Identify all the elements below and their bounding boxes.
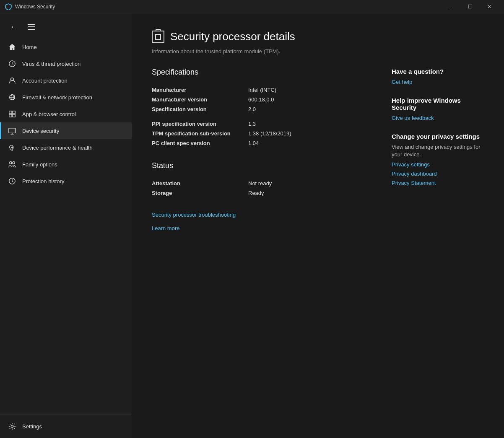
spec-row-manufacturer: Manufacturer Intel (INTC) <box>152 85 366 95</box>
learn-more-link[interactable]: Learn more <box>152 225 179 231</box>
spec-row-mfr-version: Manufacturer version 600.18.0.0 <box>152 95 366 104</box>
right-section-help: Have a question? Get help <box>392 68 484 85</box>
app-browser-icon <box>8 110 16 118</box>
svg-rect-5 <box>9 114 12 117</box>
page-title: Security processor details <box>170 30 295 43</box>
spec-label-manufacturer: Manufacturer <box>152 87 248 93</box>
privacy-dashboard-link[interactable]: Privacy dashboard <box>392 171 437 177</box>
sidebar-item-firewall[interactable]: Firewall & network protection <box>0 89 132 106</box>
minimize-button[interactable]: ─ <box>441 0 460 13</box>
privacy-statement-link[interactable]: Privacy Statement <box>392 180 436 186</box>
status-row-attestation: Attestation Not ready <box>152 179 366 188</box>
spec-row-pc-client: PC client spec version 1.04 <box>152 138 366 148</box>
sidebar-item-device-security-label: Device security <box>22 128 59 134</box>
sidebar-item-account[interactable]: Account protection <box>0 72 132 89</box>
status-label-storage: Storage <box>152 190 248 196</box>
app-body: ← Home <box>0 13 504 438</box>
spec-value-spec-version: 2.0 <box>248 106 256 112</box>
sidebar-item-app-browser-label: App & browser control <box>22 111 76 117</box>
sidebar-bottom: Settings <box>0 414 132 438</box>
spec-row-ppi: PPI specification version 1.3 <box>152 119 366 129</box>
learn-more-link-row: Learn more <box>152 225 366 231</box>
right-section-improve: Help improve Windows Security Give us fe… <box>392 97 484 121</box>
sidebar-item-virus-label: Virus & threat protection <box>22 61 81 67</box>
main-left: Specifications Manufacturer Intel (INTC)… <box>152 68 366 236</box>
status-section: Status Attestation Not ready Storage Rea… <box>152 161 366 198</box>
sidebar-item-home[interactable]: Home <box>0 39 132 55</box>
svg-rect-4 <box>13 111 15 114</box>
spec-value-pc-client: 1.04 <box>248 140 259 146</box>
specifications-heading: Specifications <box>152 68 366 77</box>
sidebar-item-history-label: Protection history <box>22 178 64 184</box>
troubleshooting-link[interactable]: Security processor troubleshooting <box>152 212 236 218</box>
main-right: Have a question? Get help Help improve W… <box>392 68 484 236</box>
home-icon <box>8 43 16 51</box>
svg-point-9 <box>13 162 15 164</box>
improve-heading: Help improve Windows Security <box>392 97 484 111</box>
svg-rect-6 <box>13 114 15 117</box>
account-icon <box>8 76 16 85</box>
sidebar-item-family[interactable]: Family options <box>0 156 132 173</box>
status-value-storage: Ready <box>248 190 264 196</box>
spec-label-mfr-version: Manufacturer version <box>152 96 248 103</box>
status-value-attestation: Not ready <box>248 180 272 187</box>
troubleshooting-link-row: Security processor troubleshooting <box>152 211 366 218</box>
svg-rect-3 <box>9 111 12 114</box>
content-area: Security processor details Information a… <box>132 13 504 438</box>
sidebar-item-home-label: Home <box>22 44 37 50</box>
get-help-link[interactable]: Get help <box>392 79 412 85</box>
tpm-icon <box>152 31 164 43</box>
main-layout: Specifications Manufacturer Intel (INTC)… <box>152 68 484 236</box>
close-button[interactable]: ✕ <box>480 0 499 13</box>
privacy-heading: Change your privacy settings <box>392 133 484 140</box>
privacy-settings-link[interactable]: Privacy settings <box>392 161 430 168</box>
title-bar: Windows Security ─ ☐ ✕ <box>0 0 504 13</box>
status-table: Attestation Not ready Storage Ready <box>152 179 366 198</box>
maximize-button[interactable]: ☐ <box>460 0 480 13</box>
sidebar: ← Home <box>0 13 132 438</box>
sidebar-item-virus[interactable]: Virus & threat protection <box>0 55 132 72</box>
sidebar-item-settings[interactable]: Settings <box>0 418 132 435</box>
sidebar-item-settings-label: Settings <box>22 423 42 430</box>
status-heading: Status <box>152 161 366 170</box>
hamburger-button[interactable] <box>26 22 37 31</box>
app-icon <box>5 3 12 10</box>
spec-value-mfr-version: 600.18.0.0 <box>248 96 274 103</box>
sidebar-item-app-browser[interactable]: App & browser control <box>0 106 132 122</box>
specifications-table: Manufacturer Intel (INTC) Manufacturer v… <box>152 85 366 148</box>
title-bar-left: Windows Security <box>5 3 55 10</box>
status-label-attestation: Attestation <box>152 180 248 187</box>
spec-value-ppi: 1.3 <box>248 121 256 127</box>
svg-point-11 <box>11 425 13 427</box>
virus-icon <box>8 60 16 68</box>
nav-items: Home Virus & threat protection <box>0 37 132 414</box>
spec-row-spec-version: Specification version 2.0 <box>152 104 366 114</box>
page-header: Security processor details <box>152 30 484 43</box>
settings-icon <box>8 422 16 430</box>
svg-rect-7 <box>9 128 16 133</box>
firewall-icon <box>8 93 16 101</box>
page-subtitle: Information about the trusted platform m… <box>152 48 484 54</box>
hamburger-line-3 <box>28 29 35 30</box>
sidebar-item-device-health-label: Device performance & health <box>22 145 93 151</box>
sidebar-item-device-security[interactable]: Device security <box>0 122 132 139</box>
sidebar-item-family-label: Family options <box>22 161 57 168</box>
privacy-text: View and change privacy settings for you… <box>392 143 484 158</box>
spec-label-tpm-sub: TPM specification sub-version <box>152 130 248 137</box>
hamburger-line-1 <box>28 24 35 25</box>
device-health-icon <box>8 143 16 152</box>
question-heading: Have a question? <box>392 68 484 75</box>
status-row-storage: Storage Ready <box>152 188 366 198</box>
sidebar-item-device-health[interactable]: Device performance & health <box>0 139 132 156</box>
title-bar-controls: ─ ☐ ✕ <box>441 0 499 13</box>
right-section-privacy: Change your privacy settings View and ch… <box>392 133 484 186</box>
spec-label-ppi: PPI specification version <box>152 121 248 127</box>
back-button[interactable]: ← <box>7 21 21 33</box>
feedback-link[interactable]: Give us feedback <box>392 115 434 121</box>
spec-label-pc-client: PC client spec version <box>152 140 248 146</box>
spec-row-tpm-sub: TPM specification sub-version 1.38 (12/1… <box>152 129 366 138</box>
sidebar-item-history[interactable]: Protection history <box>0 173 132 189</box>
sidebar-item-account-label: Account protection <box>22 78 68 84</box>
svg-point-8 <box>10 162 12 164</box>
hamburger-line-2 <box>28 26 35 27</box>
